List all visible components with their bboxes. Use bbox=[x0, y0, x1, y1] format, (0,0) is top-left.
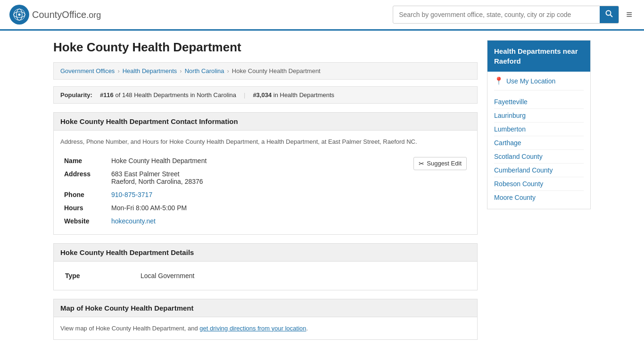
search-input[interactable] bbox=[393, 7, 600, 22]
list-item: Robeson County bbox=[494, 177, 584, 191]
hours-value: Mon-Fri 8:00 AM-5:00 PM bbox=[107, 201, 336, 214]
website-link[interactable]: hokecounty.net bbox=[111, 217, 156, 225]
logo-area: CountyOffice.org bbox=[9, 5, 101, 25]
list-item: Lumberton bbox=[494, 123, 584, 136]
address-label: Address bbox=[60, 167, 107, 188]
breadcrumb-link-govt[interactable]: Government Offices bbox=[60, 67, 115, 74]
type-value: Local Government bbox=[136, 268, 471, 283]
popularity-label: Popularity: bbox=[60, 91, 92, 99]
search-bar bbox=[393, 6, 619, 24]
sidebar-link-fayetteville[interactable]: Fayetteville bbox=[494, 98, 528, 106]
sidebar-links: Fayetteville Laurinburg Lumberton Cartha… bbox=[494, 95, 584, 204]
details-table: Type Local Government bbox=[60, 268, 471, 283]
breadcrumb-sep-2: › bbox=[180, 67, 182, 74]
contact-table: Name Hoke County Health Department ✂ Sug… bbox=[60, 154, 471, 228]
sidebar-link-moore-county[interactable]: Moore County bbox=[494, 194, 536, 201]
list-item: Carthage bbox=[494, 136, 584, 150]
sidebar-link-carthage[interactable]: Carthage bbox=[494, 139, 521, 147]
contact-description: Address, Phone Number, and Hours for Hok… bbox=[60, 137, 471, 147]
hours-label: Hours bbox=[60, 201, 107, 214]
map-desc-suffix: . bbox=[306, 325, 308, 332]
contact-section-header: Hoke County Health Department Contact In… bbox=[53, 112, 478, 131]
page-title: Hoke County Health Department bbox=[53, 40, 478, 55]
svg-line-5 bbox=[611, 15, 613, 17]
list-item: Laurinburg bbox=[494, 109, 584, 123]
contact-section-body: Address, Phone Number, and Hours for Hok… bbox=[53, 131, 478, 235]
directions-link[interactable]: get driving directions from your locatio… bbox=[199, 325, 306, 332]
details-section-body: Type Local Government bbox=[53, 262, 478, 290]
website-value: hokecounty.net bbox=[107, 214, 336, 228]
svg-point-3 bbox=[18, 14, 21, 16]
sidebar-title: Health Departments near Raeford bbox=[487, 41, 590, 72]
name-value: Hoke County Health Department bbox=[107, 154, 336, 167]
type-label: Type bbox=[60, 268, 136, 283]
phone-label: Phone bbox=[60, 188, 107, 201]
table-row: Type Local Government bbox=[60, 268, 471, 283]
logo-icon bbox=[9, 5, 29, 25]
name-label: Name bbox=[60, 154, 107, 167]
popularity-bar: Popularity: #116 of 148 Health Departmen… bbox=[53, 86, 478, 104]
list-item: Fayetteville bbox=[494, 95, 584, 109]
location-icon: 📍 bbox=[494, 76, 504, 85]
map-description: View map of Hoke County Health Departmen… bbox=[60, 324, 471, 333]
sidebar-body: 📍 Use My Location Fayetteville Laurinbur… bbox=[487, 72, 590, 209]
suggest-edit-label: Suggest Edit bbox=[427, 160, 462, 167]
sidebar-link-laurinburg[interactable]: Laurinburg bbox=[494, 112, 526, 119]
breadcrumb-link-state[interactable]: North Carolina bbox=[185, 67, 224, 74]
content-area: Hoke County Health Department Government… bbox=[53, 40, 478, 348]
breadcrumb: Government Offices › Health Departments … bbox=[53, 62, 478, 80]
sidebar-box: Health Departments near Raeford 📍 Use My… bbox=[487, 40, 591, 209]
map-desc-prefix: View map of Hoke County Health Departmen… bbox=[60, 325, 199, 332]
header-right: ≡ bbox=[393, 6, 635, 24]
sidebar-location: 📍 Use My Location bbox=[494, 76, 584, 90]
breadcrumb-link-health[interactable]: Health Departments bbox=[123, 67, 177, 74]
phone-value: 910-875-3717 bbox=[107, 188, 336, 201]
logo-text: CountyOffice.org bbox=[32, 9, 101, 20]
popularity-rank2: #3,034 in Health Departments bbox=[253, 91, 334, 99]
details-section-header: Hoke County Health Department Details bbox=[53, 243, 478, 262]
address-value: 683 East Palmer Street Raeford, North Ca… bbox=[107, 167, 336, 188]
use-location-link[interactable]: Use My Location bbox=[506, 77, 555, 85]
suggest-edit-icon: ✂ bbox=[419, 160, 424, 167]
table-row: Name Hoke County Health Department ✂ Sug… bbox=[60, 154, 471, 167]
breadcrumb-sep-1: › bbox=[117, 67, 119, 74]
popularity-divider: | bbox=[244, 91, 245, 99]
breadcrumb-current: Hoke County Health Department bbox=[232, 67, 321, 74]
menu-button[interactable]: ≡ bbox=[624, 6, 635, 23]
svg-point-4 bbox=[606, 11, 611, 16]
suggest-edit-cell: ✂ Suggest Edit bbox=[336, 154, 471, 228]
sidebar-link-robeson-county[interactable]: Robeson County bbox=[494, 180, 543, 188]
sidebar-link-scotland-county[interactable]: Scotland County bbox=[494, 153, 543, 160]
search-button[interactable] bbox=[600, 6, 619, 23]
map-section-header: Map of Hoke County Health Department bbox=[53, 299, 478, 317]
breadcrumb-sep-3: › bbox=[227, 67, 229, 74]
list-item: Moore County bbox=[494, 191, 584, 204]
list-item: Scotland County bbox=[494, 150, 584, 164]
website-label: Website bbox=[60, 214, 107, 228]
main-container: Hoke County Health Department Government… bbox=[39, 31, 605, 358]
popularity-rank1: #116 of 148 Health Departments in North … bbox=[100, 91, 236, 99]
sidebar: Health Departments near Raeford 📍 Use My… bbox=[487, 40, 591, 348]
sidebar-link-cumberland-county[interactable]: Cumberland County bbox=[494, 166, 553, 174]
search-icon bbox=[605, 10, 613, 17]
phone-link[interactable]: 910-875-3717 bbox=[111, 191, 152, 198]
sidebar-link-lumberton[interactable]: Lumberton bbox=[494, 125, 526, 133]
list-item: Cumberland County bbox=[494, 164, 584, 177]
site-header: CountyOffice.org ≡ bbox=[0, 0, 644, 31]
suggest-edit-button[interactable]: ✂ Suggest Edit bbox=[413, 157, 467, 170]
map-section-body: View map of Hoke County Health Departmen… bbox=[53, 317, 478, 340]
